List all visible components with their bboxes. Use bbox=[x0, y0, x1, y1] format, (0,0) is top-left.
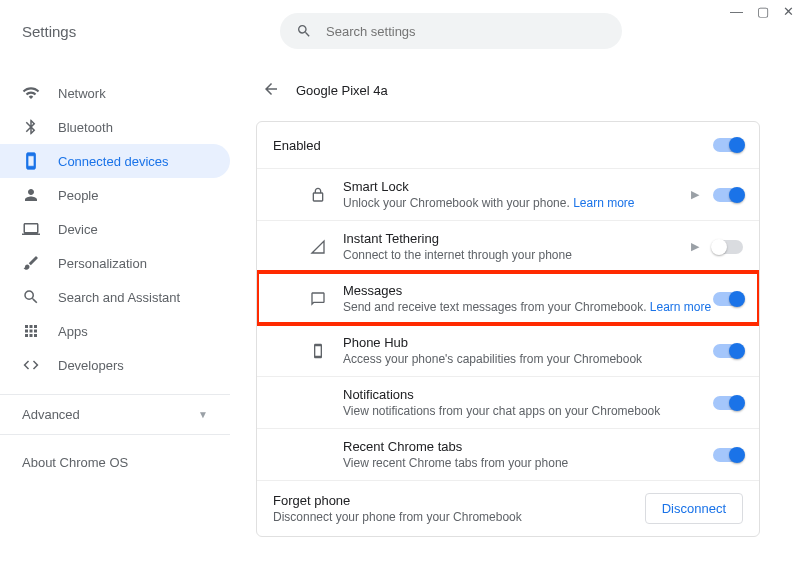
search-icon bbox=[296, 23, 312, 39]
forget-title: Forget phone bbox=[273, 493, 645, 508]
row-subtitle: View notifications from your chat apps o… bbox=[343, 404, 713, 418]
search-bar[interactable] bbox=[280, 13, 622, 49]
toggle-smart-lock[interactable] bbox=[713, 188, 743, 202]
sidebar-item-device[interactable]: Device bbox=[0, 212, 230, 246]
main-panel: Google Pixel 4a Enabled Smart Lock Unloc… bbox=[240, 62, 800, 582]
messages-icon bbox=[303, 291, 333, 307]
sidebar-item-personalization[interactable]: Personalization bbox=[0, 246, 230, 280]
row-subtitle: Unlock your Chromebook with your phone. … bbox=[343, 196, 691, 210]
sidebar-item-label: Personalization bbox=[58, 256, 147, 271]
arrow-left-icon bbox=[262, 80, 280, 98]
row-instant-tethering[interactable]: Instant Tethering Connect to the interne… bbox=[257, 220, 759, 272]
chevron-right-icon: ▶ bbox=[691, 240, 699, 253]
person-icon bbox=[22, 186, 40, 204]
toggle-notifications[interactable] bbox=[713, 396, 743, 410]
toggle-messages[interactable] bbox=[713, 292, 743, 306]
phone-hub-icon bbox=[303, 343, 333, 359]
sidebar-item-label: Device bbox=[58, 222, 98, 237]
row-subtitle: Send and receive text messages from your… bbox=[343, 300, 713, 314]
page-title: Google Pixel 4a bbox=[296, 83, 388, 98]
search-input[interactable] bbox=[326, 24, 606, 39]
wifi-icon bbox=[22, 84, 40, 102]
sidebar-item-developers[interactable]: Developers bbox=[0, 348, 230, 382]
magnify-icon bbox=[22, 288, 40, 306]
row-notifications[interactable]: Notifications View notifications from yo… bbox=[257, 376, 759, 428]
toggle-instant-tethering[interactable] bbox=[713, 240, 743, 254]
row-title: Instant Tethering bbox=[343, 231, 691, 246]
window-close-button[interactable]: ✕ bbox=[783, 4, 794, 19]
toggle-enabled[interactable] bbox=[713, 138, 743, 152]
row-phone-hub[interactable]: Phone Hub Access your phone's capabiliti… bbox=[257, 324, 759, 376]
bluetooth-icon bbox=[22, 118, 40, 136]
chevron-down-icon: ▼ bbox=[198, 409, 208, 420]
lock-icon bbox=[303, 187, 333, 203]
sidebar-item-people[interactable]: People bbox=[0, 178, 230, 212]
code-icon bbox=[22, 356, 40, 374]
chevron-right-icon: ▶ bbox=[691, 188, 699, 201]
settings-card: Enabled Smart Lock Unlock your Chromeboo… bbox=[256, 121, 760, 537]
toggle-phone-hub[interactable] bbox=[713, 344, 743, 358]
sidebar-item-apps[interactable]: Apps bbox=[0, 314, 230, 348]
brush-icon bbox=[22, 254, 40, 272]
laptop-icon bbox=[22, 220, 40, 238]
sidebar-item-label: Network bbox=[58, 86, 106, 101]
toggle-recent-tabs[interactable] bbox=[713, 448, 743, 462]
app-header: Settings bbox=[0, 0, 800, 62]
sidebar-item-label: Bluetooth bbox=[58, 120, 113, 135]
sidebar-about[interactable]: About Chrome OS bbox=[0, 447, 240, 478]
sidebar-item-label: People bbox=[58, 188, 98, 203]
sidebar-item-connected-devices[interactable]: Connected devices bbox=[0, 144, 230, 178]
learn-more-link[interactable]: Learn more bbox=[573, 196, 634, 210]
row-subtitle: Access your phone's capabilities from yo… bbox=[343, 352, 713, 366]
sidebar-item-label: Apps bbox=[58, 324, 88, 339]
row-title: Smart Lock bbox=[343, 179, 691, 194]
app-title: Settings bbox=[22, 23, 280, 40]
sidebar-item-search-assistant[interactable]: Search and Assistant bbox=[0, 280, 230, 314]
advanced-label: Advanced bbox=[22, 407, 80, 422]
row-enabled: Enabled bbox=[257, 122, 759, 168]
row-recent-tabs[interactable]: Recent Chrome tabs View recent Chrome ta… bbox=[257, 428, 759, 480]
row-title: Messages bbox=[343, 283, 713, 298]
back-button[interactable] bbox=[262, 80, 280, 101]
sidebar-item-label: Connected devices bbox=[58, 154, 169, 169]
signal-icon bbox=[303, 239, 333, 255]
row-messages[interactable]: Messages Send and receive text messages … bbox=[257, 272, 759, 324]
window-minimize-button[interactable]: — bbox=[730, 4, 743, 19]
row-subtitle: View recent Chrome tabs from your phone bbox=[343, 456, 713, 470]
forget-subtitle: Disconnect your phone from your Chromebo… bbox=[273, 510, 645, 524]
apps-icon bbox=[22, 322, 40, 340]
enabled-label: Enabled bbox=[273, 138, 713, 153]
row-title: Recent Chrome tabs bbox=[343, 439, 713, 454]
sidebar-item-label: Developers bbox=[58, 358, 124, 373]
disconnect-button[interactable]: Disconnect bbox=[645, 493, 743, 524]
phone-icon bbox=[22, 152, 40, 170]
sidebar-item-bluetooth[interactable]: Bluetooth bbox=[0, 110, 230, 144]
row-smart-lock[interactable]: Smart Lock Unlock your Chromebook with y… bbox=[257, 168, 759, 220]
sidebar-item-label: Search and Assistant bbox=[58, 290, 180, 305]
sidebar: Network Bluetooth Connected devices Peop… bbox=[0, 62, 240, 582]
row-title: Phone Hub bbox=[343, 335, 713, 350]
row-title: Notifications bbox=[343, 387, 713, 402]
window-maximize-button[interactable]: ▢ bbox=[757, 4, 769, 19]
sidebar-item-network[interactable]: Network bbox=[0, 76, 230, 110]
sidebar-advanced-toggle[interactable]: Advanced ▼ bbox=[0, 394, 230, 435]
row-forget-phone: Forget phone Disconnect your phone from … bbox=[257, 480, 759, 536]
learn-more-link[interactable]: Learn more bbox=[650, 300, 711, 314]
row-subtitle: Connect to the internet through your pho… bbox=[343, 248, 691, 262]
